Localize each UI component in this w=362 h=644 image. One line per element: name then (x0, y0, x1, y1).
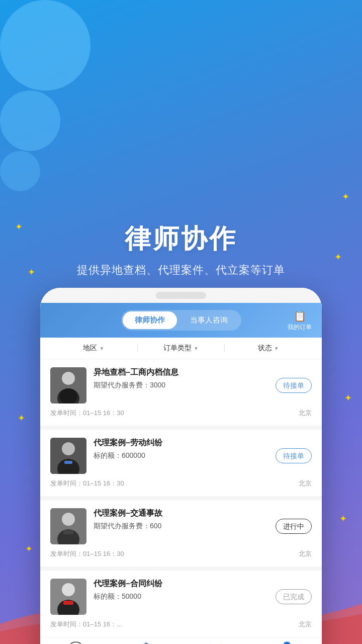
order-time-2: 发单时间：01–15 16：30 (50, 479, 124, 488)
order-list: 异地查档–工商内档信息 期望代办服务费：3000 待接单 发单时间：01–15 … (40, 359, 322, 637)
order-card-2[interactable]: 代理案例–劳动纠纷 标的额：600000 待接单 发单时间：01–15 16：3… (40, 430, 322, 500)
star-7: ✦ (339, 513, 347, 524)
order-info-4: 代理案例–合同纠纷 标的额：50000 (94, 579, 268, 601)
order-info-3: 代理案例–交通事故 期望代办服务费：600 (94, 508, 268, 531)
tab-group: 律师协作 当事人咨询 (121, 310, 241, 331)
order-card-1[interactable]: 异地查档–工商内档信息 期望代办服务费：3000 待接单 发单时间：01–15 … (40, 359, 322, 430)
orders-icon: 📋 (294, 309, 306, 321)
order-time-1: 发单时间：01–15 16：30 (50, 409, 124, 418)
filter-region-arrow: ▼ (99, 346, 104, 351)
order-location-1: 北京 (299, 409, 312, 418)
star-6: ✦ (18, 413, 25, 424)
order-avatar-4 (50, 579, 86, 615)
my-orders-label: 我的订单 (288, 323, 312, 331)
filter-order-type[interactable]: 订单类型 ▼ (138, 344, 225, 353)
order-status-3[interactable]: 进行中 (276, 522, 312, 531)
bottom-nav: 💬 多问 🏦 诉保 🤝 接案 👤 我的 (40, 637, 322, 644)
tab-lawyer-collab[interactable]: 律师协作 (123, 311, 177, 329)
bg-circle-2 (0, 91, 60, 151)
accept-icon: 🤝 (210, 641, 223, 644)
star-8: ✦ (25, 543, 33, 554)
nav-item-ask[interactable]: 💬 多问 (40, 641, 111, 644)
order-card-3[interactable]: 代理案例–交通事故 期望代办服务费：600 进行中 发单时间：01–15 16：… (40, 500, 322, 571)
order-location-2: 北京 (299, 479, 312, 488)
order-amount-3: 期望代办服务费：600 (94, 522, 268, 531)
order-amount-2: 标的额：600000 (94, 451, 268, 460)
order-info-1: 异地查档–工商内档信息 期望代办服务费：3000 (94, 367, 268, 390)
order-title-4: 代理案例–合同纠纷 (94, 579, 268, 589)
ask-icon: 💬 (69, 641, 82, 644)
mine-icon: 👤 (280, 641, 294, 644)
app-content: 律师协作 当事人咨询 📋 我的订单 地区 ▼ 订单类型 ▼ 状态 ▼ (40, 303, 322, 644)
order-location-3: 北京 (299, 549, 312, 558)
filter-region-label: 地区 (83, 344, 97, 353)
order-avatar-1 (50, 367, 86, 404)
order-card-4[interactable]: 代理案例–合同纠纷 标的额：50000 已完成 发单时间：01–15 16：..… (40, 571, 322, 637)
order-status-2[interactable]: 待接单 (276, 451, 312, 461)
svg-point-5 (62, 442, 75, 455)
phone-notch (156, 292, 206, 299)
order-location-4: 北京 (299, 620, 312, 629)
order-avatar-3 (50, 508, 86, 544)
status-badge-1: 待接单 (276, 378, 312, 393)
svg-rect-7 (64, 461, 72, 464)
filter-bar: 地区 ▼ 订单类型 ▼ 状态 ▼ (40, 338, 322, 359)
filter-status-arrow: ▼ (274, 346, 279, 351)
protect-icon: 🏦 (139, 641, 153, 644)
nav-item-accept[interactable]: 🤝 接案 (181, 641, 251, 644)
page-subtitle: 提供异地查档、代理案件、代立案等订单 (0, 263, 362, 278)
order-status-1[interactable]: 待接单 (276, 381, 312, 390)
status-badge-2: 待接单 (276, 448, 312, 463)
star-5: ✦ (344, 392, 352, 404)
nav-item-mine[interactable]: 👤 我的 (251, 641, 322, 644)
order-time-4: 发单时间：01–15 16：... (50, 620, 122, 629)
phone-top-bar (40, 288, 322, 303)
my-orders-button[interactable]: 📋 我的订单 (288, 309, 312, 331)
bg-circle-1 (0, 0, 90, 91)
order-title-3: 代理案例–交通事故 (94, 508, 268, 519)
page-title: 律师协作 (0, 221, 362, 257)
phone-mockup: 律师协作 当事人咨询 📋 我的订单 地区 ▼ 订单类型 ▼ 状态 ▼ (40, 288, 322, 644)
order-info-2: 代理案例–劳动纠纷 标的额：600000 (94, 438, 268, 460)
nav-item-protect[interactable]: 🏦 诉保 (111, 641, 181, 644)
bg-circle-3 (0, 151, 40, 191)
svg-rect-11 (63, 530, 73, 534)
order-time-3: 发单时间：01–15 16：30 (50, 549, 124, 558)
tab-client-consult[interactable]: 当事人咨询 (178, 311, 240, 329)
order-status-4[interactable]: 已完成 (276, 592, 312, 602)
filter-order-type-label: 订单类型 (163, 344, 192, 353)
svg-point-9 (62, 513, 75, 526)
status-badge-3: 进行中 (276, 519, 312, 534)
filter-status[interactable]: 状态 ▼ (225, 344, 312, 353)
order-title-2: 代理案例–劳动纠纷 (94, 438, 268, 448)
order-amount-1: 期望代办服务费：3000 (94, 381, 268, 390)
filter-region[interactable]: 地区 ▼ (50, 344, 137, 353)
order-title-1: 异地查档–工商内档信息 (94, 367, 268, 378)
svg-point-13 (62, 583, 75, 596)
svg-rect-15 (63, 601, 73, 605)
app-tab-bar: 律师协作 当事人咨询 📋 我的订单 (40, 303, 322, 338)
filter-status-label: 状态 (258, 344, 272, 353)
order-amount-4: 标的额：50000 (94, 592, 268, 601)
order-avatar-2 (50, 438, 86, 474)
header-section: 律师协作 提供异地查档、代理案件、代立案等订单 (0, 191, 362, 288)
svg-point-1 (62, 372, 75, 385)
filter-order-type-arrow: ▼ (194, 346, 199, 351)
status-badge-4: 已完成 (276, 589, 312, 604)
